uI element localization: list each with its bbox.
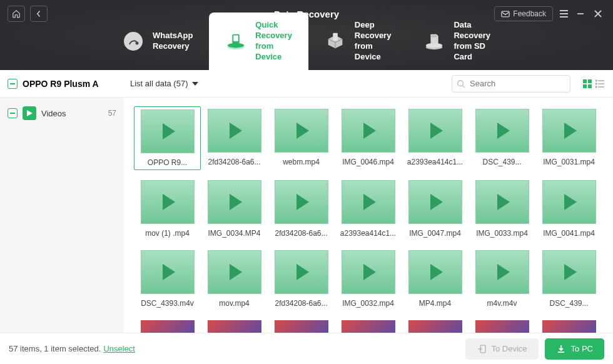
video-thumbnail — [475, 180, 529, 224]
mode-tab-deep-recovery[interactable]: Deep Recoveryfrom Device — [308, 13, 408, 70]
chevron-left-icon — [36, 10, 42, 18]
sidebar-checkbox[interactable] — [8, 108, 18, 118]
search-input[interactable] — [452, 75, 570, 93]
to-pc-button[interactable]: To PC — [545, 338, 604, 360]
view-toggle — [582, 78, 605, 89]
mode-label-2: from SD Card — [453, 41, 485, 61]
file-item[interactable]: webm.mp4 — [268, 106, 335, 170]
video-thumbnail — [141, 180, 195, 224]
file-item[interactable]: IMG_0046.mp4 — [335, 106, 402, 170]
play-icon — [430, 264, 443, 280]
image-thumbnail — [141, 320, 195, 333]
play-icon — [430, 194, 443, 210]
file-item[interactable] — [335, 318, 402, 333]
filter-dropdown[interactable]: List all data (57) — [130, 79, 198, 88]
grid-view-button[interactable] — [582, 78, 593, 89]
file-item[interactable]: 2fd34208-6a6... — [201, 106, 268, 170]
video-thumbnail — [141, 109, 195, 153]
play-icon — [230, 264, 242, 280]
device-selector[interactable]: OPPO R9 Plusm A — [8, 79, 124, 89]
file-item[interactable] — [535, 318, 602, 333]
svg-rect-17 — [588, 84, 592, 88]
file-item[interactable] — [134, 318, 201, 333]
play-icon — [230, 123, 242, 139]
device-checkbox[interactable] — [8, 79, 18, 89]
file-item[interactable]: OPPO R9... — [134, 106, 201, 170]
file-item[interactable]: a2393ea414c1... — [335, 178, 402, 240]
minimize-button[interactable] — [577, 10, 588, 18]
back-button[interactable] — [30, 6, 48, 22]
file-name: MP4.mp4 — [419, 299, 451, 308]
file-name: mov.mp4 — [219, 299, 249, 308]
file-name: DSC_439... — [482, 158, 521, 166]
file-item[interactable]: IMG_0041.mp4 — [535, 178, 602, 240]
content: OPPO R9...2fd34208-6a6...webm.mp4IMG_004… — [124, 98, 613, 333]
to-device-button[interactable]: To Device — [465, 338, 539, 360]
image-thumbnail — [208, 320, 261, 333]
mode-tab-quick-recovery[interactable]: Quick Recoveryfrom Device — [209, 13, 308, 70]
chevron-down-icon — [192, 82, 198, 86]
sd-card-icon — [423, 31, 445, 52]
close-button[interactable] — [594, 10, 605, 18]
file-item[interactable]: MP4.mp4 — [402, 248, 469, 310]
file-item[interactable]: DSC_439... — [535, 248, 602, 310]
footer: 57 items, 1 item selected. Unselect To D… — [0, 333, 613, 364]
file-item[interactable]: mov (1) .mp4 — [134, 178, 201, 240]
minimize-icon — [577, 10, 584, 18]
file-item[interactable]: IMG_0047.mp4 — [402, 178, 469, 240]
mode-tab-sd-recovery[interactable]: Data Recoveryfrom SD Card — [407, 13, 507, 70]
mode-label-2: from Device — [255, 41, 281, 61]
svg-rect-15 — [588, 79, 592, 83]
file-item[interactable]: DSC_439... — [469, 106, 535, 170]
feedback-label: Feedback — [513, 9, 546, 18]
file-item[interactable]: IMG_0031.mp4 — [535, 106, 602, 170]
download-icon — [556, 344, 566, 354]
menu-button[interactable] — [559, 10, 570, 18]
file-item[interactable]: mov.mp4 — [201, 248, 268, 310]
play-icon — [363, 264, 376, 280]
file-item[interactable] — [402, 318, 469, 333]
file-item[interactable] — [268, 318, 335, 333]
file-name: IMG_0032.mp4 — [342, 299, 394, 308]
file-item[interactable]: a2393ea414c1... — [402, 106, 469, 170]
video-thumbnail — [475, 250, 529, 294]
play-icon — [363, 194, 376, 210]
video-thumbnail — [275, 250, 328, 294]
image-thumbnail — [408, 320, 462, 333]
file-item[interactable]: IMG_0032.mp4 — [335, 248, 402, 310]
file-name: webm.mp4 — [283, 158, 320, 166]
search-wrap — [452, 75, 570, 93]
sidebar-item-videos[interactable]: Videos 57 — [0, 101, 124, 125]
mode-tab-whatsapp[interactable]: WhatsAppRecovery — [106, 13, 209, 70]
home-button[interactable] — [8, 6, 25, 22]
quick-recovery-icon — [225, 31, 246, 52]
file-name: IMG_0033.mp4 — [476, 229, 528, 238]
file-name: DSC_439... — [549, 299, 588, 308]
unselect-link[interactable]: Unselect — [103, 344, 135, 353]
file-item[interactable]: IMG_0033.mp4 — [469, 178, 535, 240]
image-thumbnail — [542, 320, 596, 333]
file-item[interactable] — [201, 318, 268, 333]
svg-point-13 — [458, 80, 464, 86]
file-name: a2393ea414c1... — [407, 158, 463, 166]
file-item[interactable]: IMG_0034.MP4 — [201, 178, 268, 240]
file-item[interactable]: DSC_4393.m4v — [134, 248, 201, 310]
play-icon — [497, 194, 510, 210]
mode-label-1: WhatsApp — [153, 31, 193, 40]
search-icon — [457, 79, 465, 88]
file-item[interactable]: m4v.m4v — [469, 248, 535, 310]
play-icon — [497, 123, 510, 139]
video-thumbnail — [475, 109, 529, 153]
video-thumbnail — [542, 180, 596, 224]
file-item[interactable] — [469, 318, 535, 333]
to-device-label: To Device — [492, 344, 527, 353]
video-thumbnail — [542, 250, 596, 294]
file-item[interactable]: 2fd34208-6a6... — [268, 178, 335, 240]
file-name: 2fd34208-6a6... — [275, 229, 327, 238]
svg-rect-6 — [234, 36, 239, 41]
file-item[interactable]: 2fd34208-6a6... — [268, 248, 335, 310]
sidebar: Videos 57 — [0, 98, 124, 333]
video-thumbnail — [275, 180, 328, 224]
to-pc-label: To PC — [571, 344, 593, 353]
list-view-button[interactable] — [594, 78, 605, 89]
